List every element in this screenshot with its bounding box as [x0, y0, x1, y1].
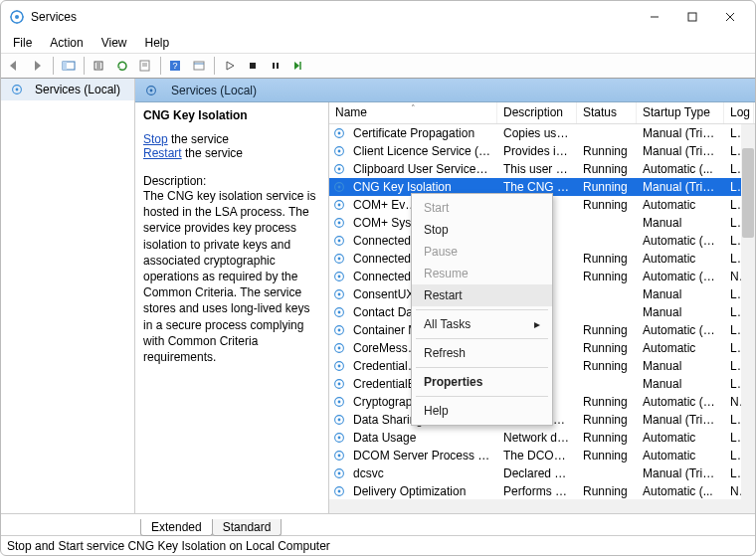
service-status: Running — [577, 323, 637, 337]
service-name: Data Usage — [347, 431, 497, 445]
ctx-all-tasks-label: All Tasks — [424, 317, 471, 331]
service-description: This user ser... — [497, 162, 577, 176]
show-hide-tree-button[interactable] — [59, 56, 79, 76]
ctx-all-tasks[interactable]: All Tasks▸ — [412, 313, 552, 335]
gear-icon — [331, 251, 347, 267]
menu-action[interactable]: Action — [42, 35, 91, 51]
menu-view[interactable]: View — [94, 35, 135, 51]
service-row[interactable]: Client Licence Service (Clip...Provides … — [329, 142, 755, 160]
service-startup: Automatic — [637, 431, 724, 445]
restart-service-link[interactable]: Restart — [143, 146, 182, 160]
service-startup: Automatic (T... — [637, 323, 724, 337]
selected-service-title: CNG Key Isolation — [143, 108, 248, 122]
ctx-restart[interactable]: Restart — [412, 284, 552, 306]
restart-service-button[interactable] — [288, 56, 308, 76]
svg-point-27 — [338, 150, 341, 153]
svg-point-47 — [338, 329, 341, 332]
service-row[interactable]: Certificate PropagationCopies user ...Ma… — [329, 124, 755, 142]
gear-icon — [143, 83, 159, 98]
service-row[interactable]: Clipboard User Service_eb9...This user s… — [329, 160, 755, 178]
minimize-button[interactable] — [636, 3, 673, 31]
stop-suffix: the service — [168, 132, 229, 146]
service-row[interactable]: Data UsageNetwork da...RunningAutomaticL… — [329, 429, 755, 447]
service-row[interactable]: DCOM Server Process Laun...The DCOML...R… — [329, 447, 755, 464]
services-window: Services File Action View Help ? — [0, 0, 756, 556]
menu-help[interactable]: Help — [137, 35, 178, 51]
svg-rect-17 — [273, 63, 275, 69]
ctx-refresh[interactable]: Refresh — [412, 342, 552, 364]
service-status: Running — [577, 395, 637, 409]
stop-service-button[interactable] — [243, 56, 263, 76]
body: Services (Local) Services (Local) CNG Ke… — [1, 79, 755, 513]
gear-icon — [331, 483, 347, 499]
properties-button[interactable] — [135, 56, 155, 76]
help-button[interactable]: ? — [166, 56, 186, 76]
svg-point-29 — [338, 168, 341, 171]
service-row[interactable]: Delivery OptimizationPerforms co...Runni… — [329, 482, 755, 500]
toolbar-separator — [160, 57, 161, 75]
ctx-properties[interactable]: Properties — [412, 371, 552, 393]
refresh-button[interactable] — [112, 56, 132, 76]
service-status: Running — [577, 449, 637, 463]
pause-service-button[interactable] — [266, 56, 285, 76]
service-name: dcsvc — [347, 466, 497, 480]
export-button[interactable] — [90, 56, 109, 76]
close-button[interactable] — [711, 3, 749, 31]
scroll-thumb[interactable] — [742, 148, 754, 238]
tree-root-services-local[interactable]: Services (Local) — [1, 79, 134, 100]
description-label: Description: — [143, 174, 320, 188]
service-description: Network da... — [497, 431, 577, 445]
gear-icon — [331, 233, 347, 249]
col-description[interactable]: Description — [497, 102, 577, 123]
service-startup: Automatic (T... — [637, 395, 724, 409]
description-text: The CNG key isolation service is hosted … — [143, 188, 320, 365]
gear-icon — [331, 269, 347, 284]
service-startup: Manual — [637, 287, 724, 301]
tab-standard[interactable]: Standard — [212, 519, 283, 536]
back-button[interactable] — [5, 56, 25, 76]
service-status: Running — [577, 252, 637, 266]
stop-service-link[interactable]: Stop — [143, 132, 168, 146]
start-service-button[interactable] — [220, 56, 240, 76]
svg-point-49 — [338, 347, 341, 350]
service-name: CNG Key Isolation — [347, 180, 497, 194]
gear-icon — [331, 394, 347, 410]
restart-suffix: the service — [182, 146, 243, 160]
svg-point-65 — [338, 490, 341, 493]
toolbar-separator — [84, 57, 85, 75]
column-headers: Name ˄ Description Status Startup Type L… — [329, 102, 755, 124]
svg-point-51 — [338, 365, 341, 368]
service-description: Performs co... — [497, 484, 577, 498]
vertical-scrollbar[interactable] — [741, 124, 755, 513]
manage-columns-button[interactable] — [189, 56, 209, 76]
menu-file[interactable]: File — [5, 35, 40, 51]
ctx-help[interactable]: Help — [412, 400, 552, 422]
col-logon[interactable]: Log — [724, 102, 754, 123]
service-status: Running — [577, 484, 637, 498]
service-description: Provides inf... — [497, 144, 577, 158]
tab-extended[interactable]: Extended — [140, 519, 213, 536]
service-startup: Manual (Trig... — [637, 413, 724, 427]
service-name: Clipboard User Service_eb9... — [347, 162, 497, 176]
col-status[interactable]: Status — [577, 102, 637, 123]
forward-button[interactable] — [28, 56, 48, 76]
svg-point-1 — [15, 15, 19, 19]
svg-rect-14 — [194, 62, 204, 70]
service-status: Running — [577, 431, 637, 445]
horizontal-scrollbar[interactable] — [329, 499, 741, 513]
service-startup: Manual — [637, 359, 724, 373]
maximize-button[interactable] — [673, 3, 711, 31]
svg-rect-3 — [688, 13, 696, 21]
service-row[interactable]: dcsvcDeclared Co...Manual (Trig...Loc — [329, 464, 755, 482]
service-status: Running — [577, 180, 637, 194]
service-startup: Manual — [637, 377, 724, 391]
svg-point-41 — [338, 276, 341, 278]
service-startup: Manual (Trig... — [637, 144, 724, 158]
gear-icon — [331, 412, 347, 428]
svg-point-55 — [338, 401, 341, 404]
svg-point-39 — [338, 258, 341, 261]
service-startup: Manual (Trig... — [637, 180, 724, 194]
col-startup[interactable]: Startup Type — [637, 102, 724, 123]
ctx-stop[interactable]: Stop — [412, 219, 552, 241]
gear-icon — [331, 430, 347, 446]
